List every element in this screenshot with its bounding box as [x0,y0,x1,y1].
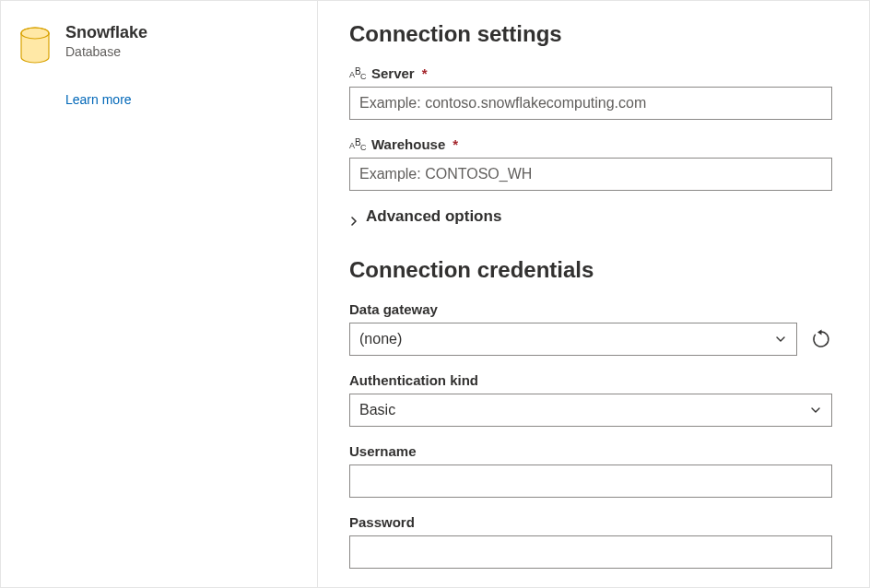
connector-title: Snowflake [65,23,147,42]
chevron-right-icon [349,212,359,221]
text-type-icon: ABC [349,138,366,151]
warehouse-label: ABC Warehouse * [349,136,832,152]
username-input[interactable] [349,465,832,498]
auth-kind-dropdown[interactable]: Basic [349,394,832,427]
username-field: Username [349,443,832,498]
connection-settings-heading: Connection settings [349,21,832,47]
connection-credentials-heading: Connection credentials [349,257,832,283]
data-gateway-label: Data gateway [349,301,832,317]
server-input[interactable] [349,87,832,120]
dialog-container: Snowflake Database Learn more Connection… [0,0,870,588]
password-input[interactable] [349,535,832,569]
auth-kind-label: Authentication kind [349,372,832,388]
password-label: Password [349,514,832,530]
required-mark: * [422,65,428,81]
auth-kind-field: Authentication kind Basic [349,372,832,427]
required-mark: * [453,136,458,152]
warehouse-field: ABC Warehouse * [349,136,832,191]
chevron-down-icon [809,404,822,417]
data-gateway-value: (none) [359,331,402,347]
sidebar: Snowflake Database Learn more [1,1,318,587]
text-type-icon: ABC [349,67,366,80]
username-label: Username [349,443,832,459]
main-panel: Connection settings ABC Server * ABC War… [318,1,869,587]
server-field: ABC Server * [349,65,832,120]
data-gateway-field: Data gateway (none) [349,301,832,356]
auth-kind-value: Basic [359,402,395,418]
data-gateway-dropdown[interactable]: (none) [349,323,797,356]
refresh-icon [811,329,831,349]
chevron-down-icon [774,333,787,346]
refresh-gateway-button[interactable] [810,328,832,350]
advanced-options-toggle[interactable]: Advanced options [349,207,832,226]
sidebar-header: Snowflake Database [19,23,299,66]
database-icon [19,23,53,66]
server-label: ABC Server * [349,65,832,81]
warehouse-input[interactable] [349,158,832,191]
password-field: Password [349,514,832,569]
connector-category: Database [65,44,147,59]
learn-more-link[interactable]: Learn more [65,92,299,107]
